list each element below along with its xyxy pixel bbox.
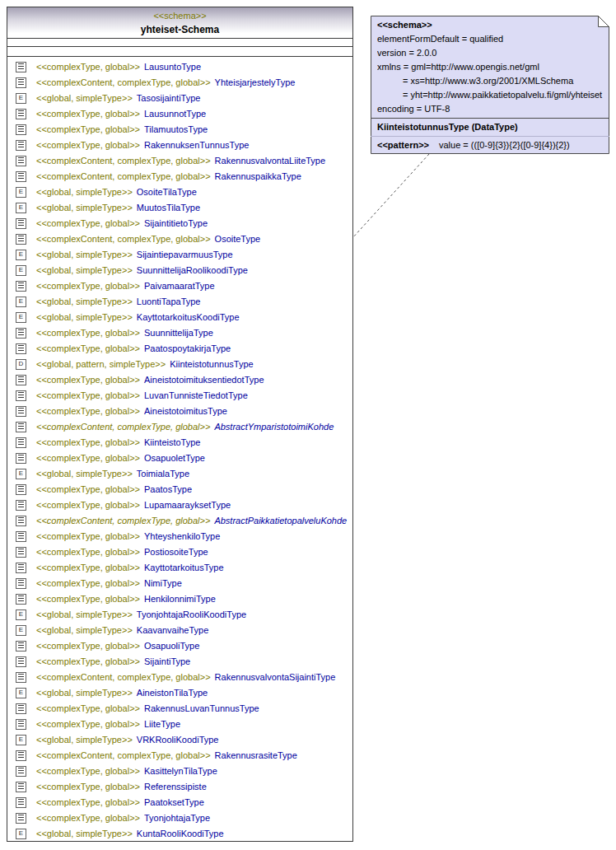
- row-type-name: SijaintiType: [144, 656, 190, 666]
- list-item[interactable]: <<complexType, global>> Paatospoytakirja…: [7, 341, 352, 357]
- list-item[interactable]: <<complexType, global>> LuvanTunnisteTie…: [7, 388, 352, 404]
- type-icon: D: [16, 359, 26, 370]
- list-item[interactable]: E <<global, simpleType>> Sijaintiepavarm…: [7, 247, 352, 263]
- list-item[interactable]: <<complexType, global>> HenkilonnimiType: [7, 591, 352, 607]
- list-item[interactable]: <<complexType, global>> RakennuksenTunnu…: [7, 138, 352, 153]
- row-type-name: VRKRooliKoodiType: [137, 735, 219, 745]
- list-item[interactable]: E <<global, simpleType>> KaavanvaiheType: [7, 623, 352, 638]
- list-item[interactable]: <<complexType, global>> LausunnotType: [7, 106, 352, 122]
- row-stereotype: <<complexType, global>>: [36, 484, 140, 494]
- list-item[interactable]: <<complexType, global>> KayttotarkoitusT…: [7, 560, 352, 576]
- row-type-name: ToimialaType: [137, 469, 189, 479]
- list-item[interactable]: <<complexType, global>> SuunnittelijaTyp…: [7, 325, 352, 341]
- list-item[interactable]: <<complexType, global>> KasittelynTilaTy…: [7, 764, 352, 779]
- type-icon: [16, 516, 26, 526]
- row-type-name: RakennusvalvontaLiiteType: [215, 156, 326, 166]
- type-icon: E: [16, 250, 26, 260]
- row-stereotype: <<global, simpleType>>: [36, 203, 133, 212]
- list-item[interactable]: E <<global, simpleType>> VRKRooliKoodiTy…: [7, 732, 352, 748]
- list-item[interactable]: <<complexType, global>> PaatoksetType: [7, 795, 352, 810]
- list-item[interactable]: <<complexContent, complexType, global>> …: [7, 419, 352, 435]
- list-item[interactable]: <<complexType, global>> LupamaarayksetTy…: [7, 497, 352, 513]
- list-item[interactable]: E <<global, simpleType>> LuontiTapaType: [7, 294, 352, 310]
- row-stereotype: <<complexType, global>>: [36, 547, 140, 557]
- list-item[interactable]: <<complexType, global>> PaivamaaratType: [7, 278, 352, 294]
- row-type-name: LupamaarayksetType: [144, 500, 231, 510]
- type-icon: [16, 156, 26, 166]
- list-item[interactable]: <<complexType, global>> SijaintitietoTyp…: [7, 216, 352, 231]
- row-stereotype: <<complexContent, complexType, global>>: [36, 422, 210, 432]
- list-item[interactable]: E <<global, simpleType>> KuntaRooliKoodi…: [7, 826, 352, 841]
- type-icon: [16, 672, 26, 683]
- schema-class-box[interactable]: <<schema>> yhteiset-Schema <<complexType…: [7, 7, 353, 842]
- list-item[interactable]: E <<global, simpleType>> AineistonTilaTy…: [7, 685, 352, 701]
- type-icon: [16, 62, 26, 72]
- row-stereotype: <<global, simpleType>>: [36, 312, 133, 322]
- empty-compartment-operations: [7, 47, 352, 57]
- type-icon: E: [16, 688, 26, 698]
- list-item[interactable]: D <<global, pattern, simpleType>> Kiinte…: [7, 357, 352, 372]
- list-item[interactable]: <<complexType, global>> YhteyshenkiloTyp…: [7, 529, 352, 544]
- row-stereotype: <<global, simpleType>>: [36, 93, 133, 103]
- list-item[interactable]: <<complexContent, complexType, global>> …: [7, 153, 352, 169]
- row-type-name: RakennusLuvanTunnusType: [144, 703, 259, 713]
- list-item[interactable]: <<complexType, global>> RakennusLuvanTun…: [7, 701, 352, 717]
- list-item[interactable]: <<complexType, global>> OsapuoletType: [7, 451, 352, 466]
- row-type-name: LausunnotType: [144, 109, 206, 119]
- row-type-name: Referenssipiste: [144, 782, 207, 792]
- list-item[interactable]: <<complexType, global>> LiiteType: [7, 717, 352, 732]
- list-item[interactable]: E <<global, simpleType>> MuutosTilaType: [7, 200, 352, 216]
- list-item[interactable]: <<complexContent, complexType, global>> …: [7, 231, 352, 247]
- list-item[interactable]: <<complexType, global>> NimiType: [7, 576, 352, 591]
- type-icon: [16, 281, 26, 292]
- list-item[interactable]: <<complexContent, complexType, global>> …: [7, 75, 352, 91]
- row-stereotype: <<complexType, global>>: [36, 328, 140, 338]
- note-datatype-title: KiinteistotunnusType (DataType): [371, 118, 609, 136]
- list-item[interactable]: <<complexType, global>> TilamuutosType: [7, 122, 352, 138]
- list-item[interactable]: <<complexType, global>> Aineistotoimituk…: [7, 372, 352, 388]
- row-type-name: OsapuoliType: [144, 641, 199, 651]
- row-type-name: AbstractPaikkatietopalveluKohde: [214, 516, 347, 525]
- row-stereotype: <<complexType, global>>: [36, 281, 140, 291]
- list-item[interactable]: <<complexContent, complexType, global>> …: [7, 670, 352, 685]
- list-item[interactable]: E <<global, simpleType>> Kayttotarkoitus…: [7, 310, 352, 325]
- type-icon: [16, 656, 26, 667]
- row-type-name: KasittelynTilaType: [144, 766, 217, 776]
- list-item[interactable]: <<complexContent, complexType, global>> …: [7, 748, 352, 764]
- type-icon: [16, 594, 26, 605]
- list-item[interactable]: <<complexContent, complexType, global>> …: [7, 169, 352, 184]
- row-type-name: LausuntoType: [144, 62, 201, 72]
- row-type-name: YhteyshenkiloType: [144, 531, 220, 541]
- type-icon: [16, 375, 26, 385]
- list-item[interactable]: <<complexType, global>> TyonjohtajaType: [7, 810, 352, 826]
- row-stereotype: <<complexContent, complexType, global>>: [36, 516, 210, 525]
- row-stereotype: <<global, simpleType>>: [36, 829, 133, 838]
- list-item[interactable]: <<complexType, global>> KiinteistoType: [7, 435, 352, 451]
- schema-annotation-note[interactable]: <<schema>> elementFormDefault = qualifie…: [371, 16, 609, 154]
- list-item[interactable]: <<complexType, global>> PostiosoiteType: [7, 544, 352, 560]
- list-item[interactable]: <<complexType, global>> Aineistotoimitus…: [7, 404, 352, 419]
- list-item[interactable]: <<complexType, global>> Referenssipiste: [7, 779, 352, 795]
- list-item[interactable]: <<complexType, global>> LausuntoType: [7, 59, 352, 75]
- note-attribute: encoding = UTF-8: [377, 102, 603, 116]
- type-icon: [16, 782, 26, 792]
- list-item[interactable]: <<complexContent, complexType, global>> …: [7, 513, 352, 529]
- row-type-name: PaivamaaratType: [144, 281, 215, 291]
- row-stereotype: <<global, simpleType>>: [36, 250, 133, 259]
- type-icon: [16, 140, 26, 151]
- list-item[interactable]: E <<global, simpleType>> ToimialaType: [7, 466, 352, 482]
- row-type-name: OsoiteType: [215, 234, 261, 244]
- type-icon: [16, 703, 26, 714]
- list-item[interactable]: <<complexType, global>> SijaintiType: [7, 654, 352, 670]
- list-item[interactable]: <<complexType, global>> PaatosType: [7, 482, 352, 497]
- list-item[interactable]: <<complexType, global>> OsapuoliType: [7, 638, 352, 654]
- list-item[interactable]: E <<global, simpleType>> OsoiteTilaType: [7, 184, 352, 200]
- list-item[interactable]: E <<global, simpleType>> SuunnittelijaRo…: [7, 263, 352, 278]
- type-icon: [16, 500, 26, 511]
- note-attribute: = yht=http://www.paikkatietopalvelu.fi/g…: [377, 88, 603, 102]
- list-item[interactable]: E <<global, simpleType>> TyonjohtajaRool…: [7, 607, 352, 623]
- list-item[interactable]: E <<global, simpleType>> TasosijaintiTyp…: [7, 91, 352, 106]
- row-type-name: OsapuoletType: [144, 453, 205, 463]
- class-header[interactable]: <<schema>> yhteiset-Schema: [7, 7, 352, 39]
- row-stereotype: <<complexContent, complexType, global>>: [36, 156, 211, 166]
